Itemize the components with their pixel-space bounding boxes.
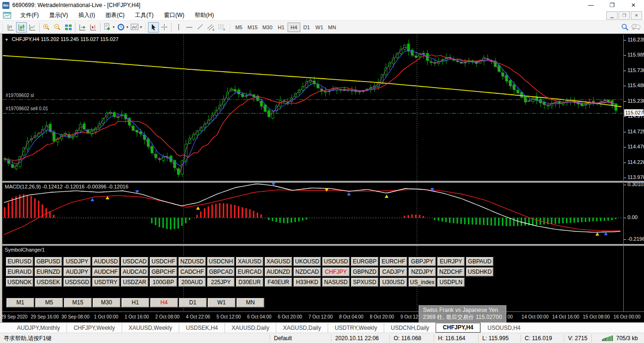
symbol-button-USDTRY[interactable]: USDTRY — [92, 278, 120, 287]
chart-tab-USDTRY-Weekly[interactable]: USDTRY,Weekly — [328, 323, 384, 333]
symbol-button-H33HKD[interactable]: H33HKD — [293, 278, 321, 287]
toolbar-timeframe-m15[interactable]: M15 — [245, 23, 260, 32]
symbol-button-F40EUR[interactable]: F40EUR — [264, 278, 292, 287]
panel-timeframe-button-H4[interactable]: H4 — [150, 298, 178, 308]
symbol-button-GBPNZD[interactable]: GBPNZD — [351, 267, 379, 277]
chart-tab-AUDJPY-Monthly[interactable]: AUDJPY,Monthly — [10, 323, 66, 333]
symbol-button-USDCAD[interactable]: USDCAD — [121, 257, 149, 266]
horizontal-line-button[interactable] — [184, 22, 195, 33]
new-order-button[interactable] — [102, 22, 113, 33]
symbol-button-GBPUSD[interactable]: GBPUSD — [34, 257, 62, 266]
symbol-button-NZDCAD[interactable]: NZDCAD — [293, 267, 321, 277]
panel-timeframe-button-MN[interactable]: MN — [236, 298, 264, 308]
window-minimize-button[interactable]: — — [580, 0, 602, 10]
trendline-button[interactable] — [195, 22, 206, 33]
symbol-button-AUDCHF[interactable]: AUDCHF — [92, 267, 120, 277]
symbol-button-EURUSD[interactable]: EURUSD — [6, 257, 33, 266]
symbol-button-NZDCHF[interactable]: NZDCHF — [437, 267, 465, 277]
panel-timeframe-button-M5[interactable]: M5 — [35, 298, 63, 308]
symbol-button-XAGUSD[interactable]: XAGUSD — [264, 257, 292, 266]
symbol-button-GBPAUD[interactable]: GBPAUD — [466, 257, 494, 266]
toolbar-timeframe-mn[interactable]: MN — [326, 23, 339, 32]
crosshair-button[interactable] — [159, 22, 170, 33]
symbol-button-100GBP[interactable]: 100GBP — [149, 278, 177, 287]
fibonacci-button[interactable]: F — [216, 22, 227, 33]
window-close-button[interactable]: ✕ — [623, 0, 644, 10]
mdi-restore-button[interactable]: ❐ — [619, 11, 630, 20]
menu-item-0[interactable]: 文件(F) — [15, 11, 44, 19]
timeframe-clock-button[interactable] — [116, 22, 126, 33]
symbol-button-CADJPY[interactable]: CADJPY — [380, 267, 407, 277]
tile-windows-button[interactable] — [63, 22, 74, 33]
symbol-button-EURCAD[interactable]: EURCAD — [236, 267, 264, 277]
symbol-button-USDJPY[interactable]: USDJPY — [63, 257, 91, 266]
menu-item-5[interactable]: 窗口(W) — [159, 11, 190, 19]
order-sell-label[interactable]: #19709602 sell 0.01 — [6, 106, 48, 111]
chart-tab-USDSEK-H4[interactable]: USDSEK,H4 — [179, 323, 224, 333]
chart-tab-USDCNH-Daily[interactable]: USDCNH,Daily — [384, 323, 436, 333]
symbol-button-GBPCHF[interactable]: GBPCHF — [149, 267, 177, 277]
bar-chart-button[interactable] — [5, 22, 16, 33]
community-chat-button[interactable] — [630, 22, 641, 33]
symbol-button-EURGBP[interactable]: EURGBP — [351, 257, 379, 266]
symbol-button-200AUD[interactable]: 200AUD — [178, 278, 206, 287]
toolbar-timeframe-d1[interactable]: D1 — [300, 23, 313, 32]
zoom-out-button[interactable] — [52, 22, 63, 33]
symbol-button-D30EUR[interactable]: D30EUR — [236, 278, 264, 287]
cursor-button[interactable] — [148, 22, 159, 33]
symbol-button-NZDUSD[interactable]: NZDUSD — [178, 257, 206, 266]
template-button[interactable] — [129, 22, 140, 33]
chart-tab-CHFJPY-H4[interactable]: CHFJPY,H4 — [436, 323, 480, 333]
search-button[interactable] — [619, 22, 630, 33]
symbol-button-UKOUSD[interactable]: UKOUSD — [293, 257, 321, 266]
symbol-button-U30USD[interactable]: U30USD — [380, 278, 407, 287]
symbol-button-USOUSD[interactable]: USOUSD — [322, 257, 350, 266]
symbol-button-AUDJPY[interactable]: AUDJPY — [63, 267, 91, 277]
symbol-button-USDSEK[interactable]: USDSEK — [34, 278, 62, 287]
symbol-button-XAUUSD[interactable]: XAUUSD — [236, 257, 264, 266]
symbol-button-EURAUD[interactable]: EURAUD — [6, 267, 33, 277]
toolbar-timeframe-h4[interactable]: H4 — [288, 23, 300, 32]
toolbar-timeframe-h1[interactable]: H1 — [275, 23, 288, 32]
symbol-button-GBPCAD[interactable]: GBPCAD — [207, 267, 235, 277]
template-dropdown-caret[interactable]: ▾ — [140, 25, 142, 29]
panel-timeframe-button-M1[interactable]: M1 — [6, 298, 34, 308]
symbol-button-USDCHF[interactable]: USDCHF — [149, 257, 177, 266]
equidistant-channel-button[interactable]: E — [206, 22, 216, 33]
symbol-button-AUDCAD[interactable]: AUDCAD — [121, 267, 149, 277]
chart-tab-XAUUSD-Weekly[interactable]: XAUUSD,Weekly — [122, 323, 179, 333]
symbol-button-SPXUSD[interactable]: SPXUSD — [351, 278, 379, 287]
symbol-button-US_index[interactable]: US_index — [408, 278, 436, 287]
symbol-button-USDNOK[interactable]: USDNOK — [6, 278, 33, 287]
symbol-button-GBPJPY[interactable]: GBPJPY — [408, 257, 436, 266]
new-order-dropdown-caret[interactable]: ▾ — [113, 25, 115, 29]
panel-timeframe-button-M30[interactable]: M30 — [92, 298, 121, 308]
symbol-button-USDSGD[interactable]: USDSGD — [63, 278, 91, 287]
menu-item-4[interactable]: 工具(T) — [130, 11, 158, 19]
menu-item-3[interactable]: 图表(C) — [100, 11, 130, 19]
menu-item-2[interactable]: 插入(I) — [73, 11, 100, 19]
line-chart-button[interactable] — [27, 22, 38, 33]
symbol-button-USDHKD[interactable]: USDHKD — [466, 267, 494, 277]
symbol-button-USDZAR[interactable]: USDZAR — [121, 278, 149, 287]
chart-tab-XAUUSD-Daily[interactable]: XAUUSD,Daily — [224, 323, 276, 333]
toolbar-timeframe-m30[interactable]: M30 — [260, 23, 274, 32]
panel-timeframe-button-M15[interactable]: M15 — [64, 298, 92, 308]
mdi-minimize-button[interactable]: ▁ — [606, 11, 618, 20]
menu-item-6[interactable]: 帮助(H) — [190, 11, 219, 19]
panel-timeframe-button-W1[interactable]: W1 — [207, 298, 236, 308]
symbol-button-USDCNH[interactable]: USDCNH — [207, 257, 235, 266]
collapse-arrow-icon[interactable]: ▼ — [5, 38, 8, 42]
symbol-button-AUDUSD[interactable]: AUDUSD — [92, 257, 120, 266]
menu-item-1[interactable]: 显示(V) — [44, 11, 73, 19]
auto-scroll-button[interactable] — [77, 22, 88, 33]
vertical-line-button[interactable] — [173, 22, 184, 33]
symbol-button-USDPLN[interactable]: USDPLN — [437, 278, 465, 287]
symbol-button-EURCHF[interactable]: EURCHF — [380, 257, 407, 266]
mdi-close-button[interactable]: ✕ — [631, 11, 642, 20]
toolbar-timeframe-w1[interactable]: W1 — [313, 23, 326, 32]
symbol-button-NASUSD[interactable]: NASUSD — [322, 278, 350, 287]
chart-shift-button[interactable] — [88, 22, 99, 33]
chart-tab-CHFJPY-Weekly[interactable]: CHFJPY,Weekly — [66, 323, 122, 333]
toolbar-timeframe-m5[interactable]: M5 — [232, 23, 245, 32]
